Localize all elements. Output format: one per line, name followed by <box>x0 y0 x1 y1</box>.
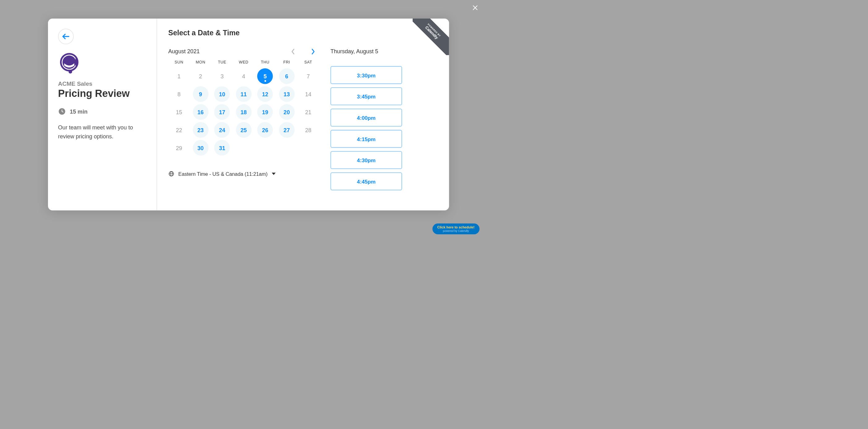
time-slot[interactable]: 4:45pm <box>331 173 402 190</box>
avatar <box>58 52 81 74</box>
calendar-day[interactable]: 19 <box>257 104 273 120</box>
calendar-day[interactable]: 20 <box>279 104 295 120</box>
calendar-day[interactable]: 17 <box>214 104 230 120</box>
calendar-day: 1 <box>171 68 187 84</box>
chevron-right-icon <box>311 48 315 55</box>
time-slot[interactable]: 4:00pm <box>331 109 402 127</box>
chevron-left-icon <box>291 48 295 55</box>
calendar-day: 29 <box>171 140 187 156</box>
event-details-panel: ACME Sales Pricing Review 15 min Our tea… <box>48 19 157 211</box>
schedule-pill-button[interactable]: Click here to schedule! powered by Calen… <box>432 223 479 234</box>
calendar-day[interactable]: 10 <box>214 86 230 102</box>
organization-name: ACME Sales <box>58 80 147 87</box>
timezone-text: Eastern Time - US & Canada (11:21am) <box>178 171 268 177</box>
month-header: August 2021 <box>168 48 319 55</box>
calendar-day[interactable]: 9 <box>193 86 209 102</box>
calendar-day[interactable]: 11 <box>236 86 252 102</box>
calendar-day: 22 <box>171 122 187 138</box>
event-description: Our team will meet with you to review pr… <box>58 123 147 141</box>
calendar-day[interactable]: 25 <box>236 122 252 138</box>
clock-icon <box>58 108 66 115</box>
calendar-day[interactable]: 13 <box>279 86 295 102</box>
close-icon <box>472 4 478 11</box>
calendar-day[interactable]: 24 <box>214 122 230 138</box>
calendar-day: 14 <box>300 86 316 102</box>
close-button[interactable] <box>471 3 479 12</box>
calendar-day[interactable]: 27 <box>279 122 295 138</box>
calendar-day[interactable]: 16 <box>193 104 209 120</box>
time-slots-list: 3:30pm3:45pm4:00pm4:15pm4:30pm4:45pm <box>331 66 402 190</box>
calendar-day[interactable]: 30 <box>193 140 209 156</box>
weekday-label: WED <box>233 60 254 64</box>
calendar-day[interactable]: 12 <box>257 86 273 102</box>
calendar-day[interactable]: 18 <box>236 104 252 120</box>
powered-by-ribbon[interactable]: POWERED BY Calendly <box>413 19 449 55</box>
svg-point-5 <box>68 70 72 74</box>
time-slot[interactable]: 4:15pm <box>331 130 402 148</box>
selected-date-label: Thursday, August 5 <box>331 48 402 55</box>
back-button[interactable] <box>58 29 74 44</box>
weekday-label: MON <box>190 60 211 64</box>
calendar-day: 8 <box>171 86 187 102</box>
schedule-pill-line2: powered by Calendly <box>437 229 474 233</box>
prev-month-button[interactable] <box>290 49 296 54</box>
calendar-day: 2 <box>193 68 209 84</box>
weekday-header: SUNMONTUEWEDTHUFRISAT <box>168 60 319 64</box>
weekday-label: FRI <box>276 60 298 64</box>
month-label: August 2021 <box>168 48 290 55</box>
weekday-label: TUE <box>211 60 233 64</box>
time-slot[interactable]: 3:45pm <box>331 87 402 105</box>
globe-icon <box>168 171 175 177</box>
time-slot[interactable]: 3:30pm <box>331 66 402 84</box>
arrow-left-icon <box>61 32 70 41</box>
time-slots-section: Thursday, August 5 3:30pm3:45pm4:00pm4:1… <box>331 48 402 190</box>
svg-marker-11 <box>272 173 276 175</box>
calendar-day: 3 <box>214 68 230 84</box>
timezone-selector[interactable]: Eastern Time - US & Canada (11:21am) <box>168 171 319 177</box>
date-time-panel: POWERED BY Calendly Select a Date & Time… <box>157 19 449 211</box>
calendar-day[interactable]: 26 <box>257 122 273 138</box>
calendar-day[interactable]: 5 <box>257 68 273 84</box>
calendar-day: 4 <box>236 68 252 84</box>
duration-text: 15 min <box>70 108 87 115</box>
calendar-day: 28 <box>300 122 316 138</box>
headset-avatar-icon <box>58 52 81 74</box>
calendar-day: 15 <box>171 104 187 120</box>
panel-title: Select a Date & Time <box>168 29 438 37</box>
calendar-day: 7 <box>300 68 316 84</box>
event-title: Pricing Review <box>58 88 147 100</box>
time-slot[interactable]: 4:30pm <box>331 151 402 169</box>
schedule-pill-line1: Click here to schedule! <box>437 225 474 229</box>
calendar-grid: 1234567891011121314151617181920212223242… <box>168 67 319 157</box>
calendar-section: August 2021 SU <box>168 48 319 190</box>
duration-row: 15 min <box>58 108 147 115</box>
calendar-day: 21 <box>300 104 316 120</box>
chevron-down-icon <box>272 173 276 175</box>
weekday-label: THU <box>254 60 276 64</box>
calendar-day[interactable]: 31 <box>214 140 230 156</box>
scheduling-modal: ACME Sales Pricing Review 15 min Our tea… <box>48 19 449 211</box>
weekday-label: SUN <box>168 60 190 64</box>
weekday-label: SAT <box>298 60 319 64</box>
calendar-day[interactable]: 23 <box>193 122 209 138</box>
calendar-day[interactable]: 6 <box>279 68 295 84</box>
next-month-button[interactable] <box>310 49 316 54</box>
